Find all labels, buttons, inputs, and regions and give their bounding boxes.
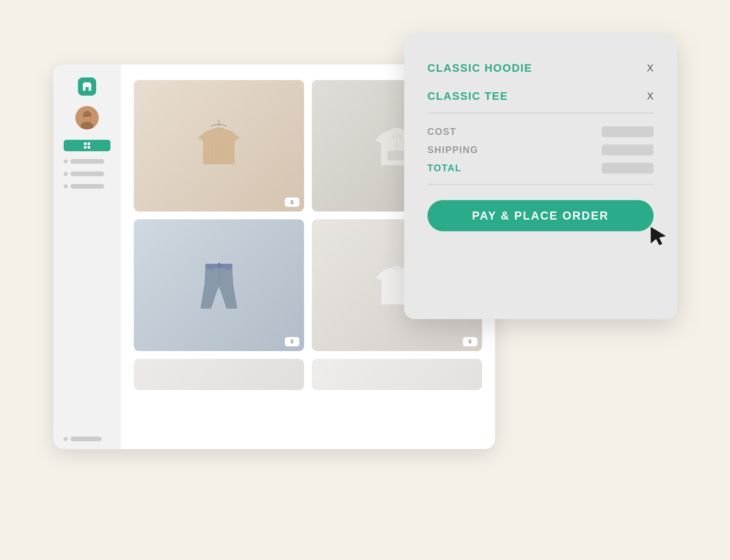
order-divider-bottom — [428, 184, 654, 185]
price-badge-jeans[interactable]: $ — [285, 337, 299, 346]
nav-settings[interactable] — [64, 184, 110, 189]
order-panel: CLASSIC HOODIE X CLASSIC TEE X COST SHIP… — [404, 33, 677, 319]
list-nav-label — [70, 172, 104, 176]
order-divider-top — [428, 113, 654, 113]
avatar-image — [75, 106, 99, 129]
nav-active-item[interactable] — [64, 140, 110, 151]
product-card-partial-2[interactable] — [312, 359, 482, 390]
store-icon — [82, 81, 92, 92]
pay-button-container: PAY & PLACE ORDER — [428, 190, 654, 231]
product-card-jeans[interactable]: $ — [134, 219, 304, 351]
svg-marker-19 — [651, 227, 665, 245]
search-nav-icon — [64, 159, 68, 163]
svg-rect-1 — [86, 87, 89, 91]
total-label: TOTAL — [428, 163, 462, 174]
cost-label: COST — [428, 126, 457, 137]
scene: $ — [53, 33, 677, 527]
nav-list[interactable] — [64, 172, 110, 176]
list-nav-icon — [64, 172, 68, 176]
sidebar — [53, 64, 121, 449]
cursor-icon — [648, 226, 669, 247]
shipping-value — [602, 144, 654, 155]
total-value — [602, 163, 654, 174]
remove-hoodie-button[interactable]: X — [647, 63, 653, 73]
order-summary: COST SHIPPING TOTAL — [428, 116, 654, 179]
order-item-tee: CLASSIC TEE X — [428, 82, 654, 110]
product-image-jeans — [134, 219, 304, 351]
price-badge-longsleeve[interactable]: $ — [463, 337, 477, 346]
settings-nav-label — [70, 184, 104, 189]
sweater-svg — [190, 117, 247, 174]
cursor-indicator — [648, 226, 669, 247]
price-badge-sweater[interactable]: $ — [285, 197, 299, 207]
pay-place-order-button[interactable]: PAY & PLACE ORDER — [428, 200, 654, 231]
svg-rect-17 — [218, 263, 220, 267]
sidebar-bottom — [64, 437, 110, 441]
nav-search[interactable] — [64, 159, 110, 164]
shipping-label: SHIPPING — [428, 144, 478, 155]
total-row: TOTAL — [428, 163, 654, 174]
remove-tee-button[interactable]: X — [647, 91, 653, 101]
order-item-hoodie-name: CLASSIC HOODIE — [428, 62, 532, 74]
order-item-hoodie: CLASSIC HOODIE X — [428, 54, 654, 82]
settings-nav-icon — [64, 184, 68, 188]
avatar — [75, 106, 99, 129]
svg-rect-12 — [388, 151, 406, 160]
search-nav-label — [70, 159, 104, 164]
order-item-tee-name: CLASSIC TEE — [428, 90, 508, 102]
cost-value — [602, 126, 654, 137]
bottom-icon — [64, 437, 68, 441]
product-card-sweater[interactable]: $ — [134, 80, 304, 212]
product-card-partial-1[interactable] — [134, 359, 304, 390]
product-image-sweater — [134, 80, 304, 212]
cost-row: COST — [428, 126, 654, 137]
bottom-label — [70, 437, 102, 441]
jeans-svg — [190, 256, 247, 314]
shipping-row: SHIPPING — [428, 144, 654, 155]
sidebar-logo — [78, 77, 96, 96]
